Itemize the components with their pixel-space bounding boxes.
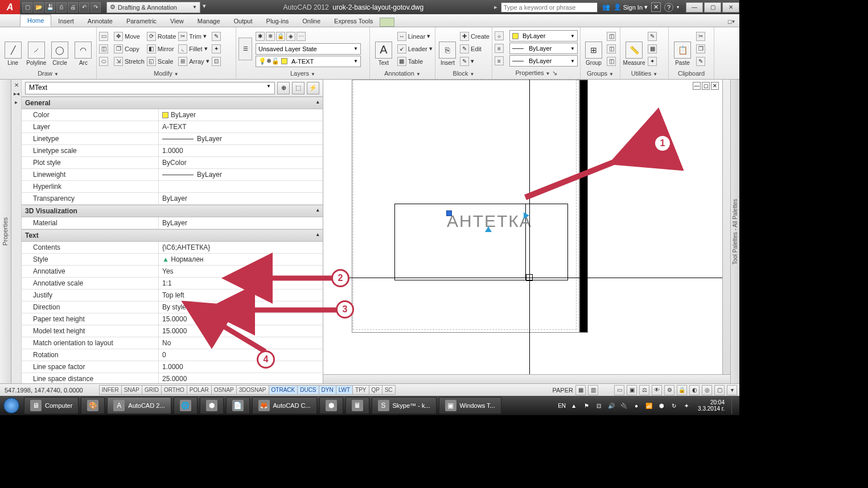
property-row[interactable]: Linetype scale1.0000 — [22, 145, 323, 157]
taskbar-item[interactable]: ⬢ — [200, 397, 224, 414]
tray-flag-icon[interactable]: ⚑ — [582, 401, 591, 410]
layer-dropdown[interactable]: 💡❄🔓A-TEXT▼ — [256, 56, 361, 67]
taskbar-item[interactable]: 🎨 — [81, 397, 105, 414]
table-button[interactable]: ▦Table — [397, 56, 433, 67]
group-button[interactable]: ⊞Group — [583, 32, 604, 66]
tab-annotate[interactable]: Annotate — [81, 15, 120, 27]
status-toggle-grid[interactable]: GRID — [142, 385, 162, 395]
exchange-x-icon[interactable]: ✕ — [651, 2, 661, 12]
property-group-header[interactable]: General▴ — [22, 97, 323, 109]
arc-button[interactable]: ◠Arc — [73, 32, 94, 66]
property-value[interactable]: ByColor — [158, 157, 323, 168]
status-toggle-ortho[interactable]: ORTHO — [161, 385, 187, 395]
status-toggle-qp[interactable]: QP — [369, 385, 382, 395]
minimize-button[interactable]: — — [686, 2, 703, 13]
selection-type-dropdown[interactable]: MText▼ — [25, 82, 275, 94]
viewport-min-icon[interactable]: — — [693, 82, 701, 90]
stretch-button[interactable]: ⇲Stretch — [114, 56, 145, 67]
status-toggle-3dosnap[interactable]: 3DOSNAP — [236, 385, 269, 395]
polyline-button[interactable]: ⟋Polyline — [26, 32, 47, 66]
line-button[interactable]: ╱Line — [2, 32, 23, 66]
annovis-icon[interactable]: 👁 — [652, 385, 662, 395]
taskbar-item[interactable]: ▣Windows T... — [439, 397, 501, 414]
matchprop-icon[interactable]: ⟐ — [495, 31, 504, 40]
taskbar-item[interactable]: SSkype™ - k... — [372, 397, 437, 414]
grip-right[interactable] — [524, 212, 529, 219]
viewport-max-icon[interactable]: ▢ — [702, 82, 710, 90]
tab-manage[interactable]: Manage — [191, 15, 227, 27]
layiso-icon[interactable]: ◈ — [286, 32, 295, 41]
property-row[interactable]: Match orientation to layoutNo — [22, 337, 323, 349]
trim-button[interactable]: ✂Trim ▾ — [178, 31, 209, 42]
offset-icon[interactable]: ⊡ — [212, 57, 221, 66]
status-toggle-tpy[interactable]: TPY — [352, 385, 369, 395]
property-row[interactable]: ColorByLayer — [22, 109, 323, 121]
tray-power-icon[interactable]: 🔌 — [619, 401, 628, 410]
panel-block-title[interactable]: Block ▼ — [438, 69, 489, 78]
util1-icon[interactable]: ✎ — [648, 32, 657, 41]
tray-vol-icon[interactable]: 🔊 — [607, 401, 616, 410]
taskbar-item[interactable]: 🖩 — [345, 397, 369, 414]
taskbar-item[interactable]: 🌐 — [174, 397, 198, 414]
property-row[interactable]: Annotative scale1:1 — [22, 278, 323, 290]
panel-annotation-title[interactable]: Annotation ▼ — [372, 69, 433, 78]
property-row[interactable]: AnnotativeYes — [22, 266, 323, 278]
qat-new-icon[interactable]: ▢ — [22, 2, 32, 13]
tab-plugins[interactable]: Plug-ins — [260, 15, 296, 27]
property-row[interactable]: TransparencyByLayer — [22, 193, 323, 205]
property-value[interactable]: ▲ Нормален — [158, 254, 323, 265]
toggle-pickadd-icon[interactable]: ⊕ — [277, 82, 290, 94]
tray-net-icon[interactable]: ⊡ — [594, 401, 603, 410]
panel-groups-title[interactable]: Groups ▼ — [583, 69, 618, 78]
tray-5-icon[interactable]: ✦ — [682, 401, 691, 410]
panel-layers-title[interactable]: Layers ▼ — [238, 69, 367, 78]
tab-blank[interactable] — [380, 18, 394, 27]
grp2-icon[interactable]: ◫ — [607, 44, 616, 53]
property-value[interactable]: 15.0000 — [158, 325, 323, 337]
panel-menu-icon[interactable]: ▸ — [15, 99, 18, 105]
taskbar-item[interactable]: 🦊AutoCAD C... — [252, 397, 317, 414]
panel-properties-title[interactable]: Properties ▼ ↘ — [495, 68, 578, 78]
status-toggle-otrack[interactable]: OTRACK — [269, 385, 298, 395]
property-value[interactable]: ByLayer — [158, 217, 323, 229]
property-value[interactable]: ByLayer — [158, 109, 323, 121]
grip-topleft[interactable] — [446, 210, 452, 216]
tab-insert[interactable]: Insert — [51, 15, 81, 27]
create-button[interactable]: ✚Create — [460, 31, 489, 42]
edit-attr-icon[interactable]: ✎▾ — [460, 56, 489, 67]
property-row[interactable]: LinetypeByLayer — [22, 133, 323, 145]
panel-clipboard-title[interactable]: Clipboard — [671, 69, 711, 78]
show-desktop-button[interactable] — [731, 397, 736, 414]
rotate-button[interactable]: ⟳Rotate — [147, 31, 176, 42]
property-value[interactable]: ByLayer — [158, 169, 323, 180]
status-toggle-polar[interactable]: POLAR — [187, 385, 212, 395]
tab-output[interactable]: Output — [227, 15, 260, 27]
signin-button[interactable]: 👤 Sign In ▾ — [614, 3, 648, 11]
qv-drawings-icon[interactable]: ▣ — [627, 385, 637, 395]
linetype-dropdown[interactable]: ByLayer▼ — [509, 55, 578, 67]
qat-save-icon[interactable]: 💾 — [45, 2, 55, 13]
scrollbar-vertical[interactable] — [722, 80, 730, 374]
property-value[interactable]: 25.0000 — [158, 373, 323, 383]
leader-button[interactable]: ↙Leader ▾ — [397, 43, 433, 55]
cut-icon[interactable]: ✂ — [696, 32, 705, 41]
status-toggle-osnap[interactable]: OSNAP — [211, 385, 237, 395]
layer-state-dropdown[interactable]: Unsaved Layer State▼ — [256, 43, 361, 55]
status-toggle-infer[interactable]: INFER — [99, 385, 122, 395]
tab-home[interactable]: Home — [20, 14, 51, 27]
viewport-close-icon[interactable]: ✕ — [711, 82, 719, 90]
property-row[interactable]: Plot styleByColor — [22, 157, 323, 169]
tab-view[interactable]: View — [163, 15, 191, 27]
annoscale-icon[interactable]: ⚖ — [639, 385, 649, 395]
property-row[interactable]: Paper text height15.0000 — [22, 313, 323, 325]
qat-saveas-icon[interactable]: ⎙ — [56, 2, 67, 13]
fillet-button[interactable]: ◟Fillet ▾ — [178, 43, 209, 55]
array-button[interactable]: ⊞Array ▾ — [178, 56, 209, 67]
tool-palettes-strip[interactable]: Tool Palettes - All Palettes — [730, 80, 739, 383]
laymore-icon[interactable]: ⋯ — [297, 32, 306, 41]
scale-button[interactable]: ◱Scale — [147, 56, 176, 67]
app-menu-button[interactable]: A — [0, 0, 20, 14]
taskbar-item[interactable]: 🖥Computer — [24, 397, 79, 414]
property-value[interactable]: {\C6;АНТЕТКА} — [158, 242, 323, 253]
property-value[interactable]: ByLayer — [158, 193, 323, 204]
